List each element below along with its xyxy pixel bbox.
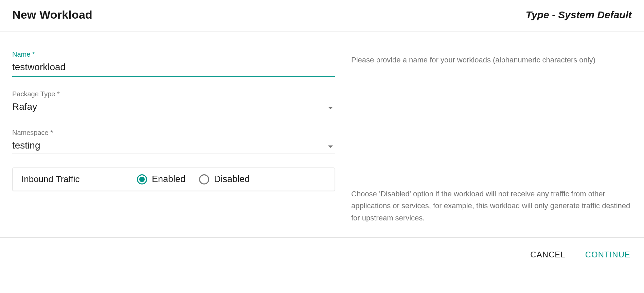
radio-disabled-label: Disabled: [214, 174, 250, 184]
package-type-label: Package Type *: [12, 90, 335, 98]
namespace-value: testing: [12, 140, 40, 151]
namespace-label: Namespace *: [12, 129, 335, 137]
inbound-traffic-label: Inbound Traffic: [21, 174, 117, 184]
cancel-button[interactable]: CANCEL: [529, 248, 567, 261]
inbound-traffic-help-text: Choose 'Disabled' option if the workload…: [351, 188, 632, 224]
dropdown-caret-icon: [328, 145, 333, 148]
package-type-select[interactable]: Rafay: [12, 100, 335, 115]
dropdown-caret-icon: [328, 107, 333, 109]
form-left-column: Name * Package Type * Rafay Namespace * …: [12, 51, 335, 224]
inbound-traffic-card: Inbound Traffic Enabled Disabled: [12, 168, 335, 191]
radio-dot-icon: [139, 177, 145, 182]
radio-selected-icon: [137, 174, 147, 184]
radio-disabled[interactable]: Disabled: [199, 174, 250, 184]
inbound-traffic-radio-group: Enabled Disabled: [137, 174, 250, 184]
form-area: Name * Package Type * Rafay Namespace * …: [0, 32, 644, 238]
page-type-indicator: Type - System Default: [526, 9, 632, 21]
namespace-select[interactable]: testing: [12, 139, 335, 154]
page-header: New Workload Type - System Default: [0, 0, 644, 32]
name-help-text: Please provide a name for your workloads…: [351, 54, 632, 66]
package-type-value: Rafay: [12, 101, 37, 112]
name-input[interactable]: [12, 60, 335, 77]
package-type-field-group: Package Type * Rafay: [12, 90, 335, 115]
page-title: New Workload: [12, 8, 92, 21]
form-right-column: Please provide a name for your workloads…: [351, 51, 632, 224]
form-actions: CANCEL CONTINUE: [0, 238, 644, 272]
namespace-field-group: Namespace * testing: [12, 129, 335, 154]
name-field-group: Name *: [12, 51, 335, 77]
name-label: Name *: [12, 51, 335, 58]
radio-unselected-icon: [199, 174, 209, 184]
radio-enabled[interactable]: Enabled: [137, 174, 185, 184]
radio-enabled-label: Enabled: [152, 174, 185, 184]
continue-button[interactable]: CONTINUE: [584, 248, 632, 261]
